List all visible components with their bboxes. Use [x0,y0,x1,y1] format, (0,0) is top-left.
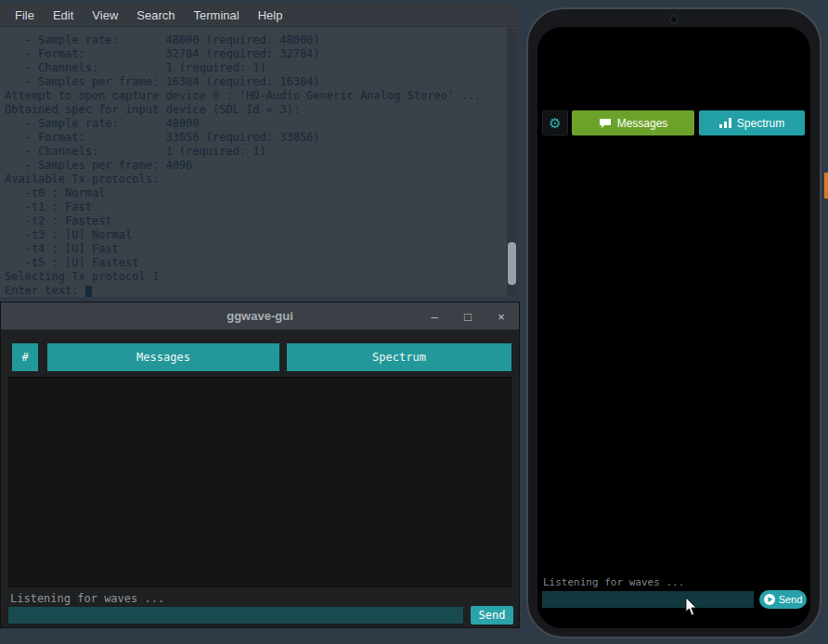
terminal-prompt-line: Enter text: [5,284,507,297]
close-button[interactable]: × [495,310,508,324]
terminal-line: - Sample rate: 48000 (required: 48000) [5,33,507,47]
phone-camera-icon [669,15,679,24]
terminal-window: File Edit View Search Terminal Help - Sa… [0,4,517,297]
minimize-button[interactable]: – [428,310,441,324]
terminal-line: - Format: 33056 (required: 33056) [5,131,507,145]
terminal-line: Obtained spec for input device (SDL Id =… [5,103,507,117]
app-tab-messages[interactable]: Messages [572,110,694,135]
gui-tab-spectrum[interactable]: Spectrum [287,343,511,371]
terminal-line: - Samples per frame: 16384 (required: 16… [5,75,507,89]
gui-tab-messages[interactable]: Messages [47,343,279,371]
terminal-line: - Channels: 1 (required: 1) [5,61,507,75]
terminal-line: Selecting Tx protocol 1 [5,270,507,284]
menu-file[interactable]: File [6,4,44,26]
terminal-line: Attempt to open capture device 0 : 'HD-A… [5,89,507,103]
gui-text-input[interactable] [8,607,463,624]
phone-screen: ⚙ Messages Spectrum Listening for waves … [537,27,810,628]
app-tab-spectrum-label: Spectrum [737,117,784,130]
speech-bubble-icon [599,118,612,129]
app-settings-button[interactable]: ⚙ [542,110,568,135]
terminal-scrollbar[interactable] [507,28,517,297]
menu-help[interactable]: Help [249,4,292,26]
app-status-text: Listening for waves ... [543,576,684,588]
terminal-scrollbar-thumb[interactable] [508,242,516,285]
menu-terminal[interactable]: Terminal [185,4,249,26]
gear-icon: ⚙ [549,115,561,132]
terminal-cursor [85,286,92,297]
gui-body: # Messages Spectrum Listening for waves … [1,330,519,627]
terminal-line: -t2 : Fastest [5,214,507,228]
phone-device: ⚙ Messages Spectrum Listening for waves … [526,7,822,638]
maximize-button[interactable]: □ [461,310,474,324]
app-send-label: Send [779,594,803,605]
terminal-output[interactable]: - Sample rate: 48000 (required: 48000) -… [0,28,507,297]
terminal-line: -t1 : Fast [5,200,507,214]
terminal-line: -t4 : [U] Fast [5,242,507,256]
terminal-line: - Channels: 1 (required: 1) [5,145,507,159]
window-controls: – □ × [428,303,508,330]
gui-settings-button[interactable]: # [12,343,38,371]
app-send-button[interactable]: Send [759,590,807,609]
terminal-line: -t3 : [U] Normal [5,228,507,242]
terminal-line: Available Tx protocols: [5,173,507,187]
app-tab-spectrum[interactable]: Spectrum [699,110,805,135]
menu-view[interactable]: View [83,4,127,26]
terminal-line: - Samples per frame: 4096 [5,159,507,173]
gui-message-area [8,377,511,587]
mouse-cursor [685,598,698,616]
terminal-prompt: Enter text: [5,284,85,297]
app-tab-messages-label: Messages [617,117,668,130]
gui-titlebar[interactable]: ggwave-gui – □ × [1,303,519,330]
terminal-line: - Format: 32784 (required: 32784) [5,47,507,61]
gui-send-button[interactable]: Send [471,606,513,625]
play-circle-icon [764,594,775,605]
terminal-line: -t5 : [U] Fastest [5,256,507,270]
bar-chart-icon [719,118,731,128]
menu-search[interactable]: Search [127,4,184,26]
gui-status-text: Listening for waves ... [10,592,164,605]
terminal-line: - Sample rate: 48000 [5,117,507,131]
terminal-menubar: File Edit View Search Terminal Help [0,4,517,27]
ggwave-gui-window: ggwave-gui – □ × # Messages Spectrum Lis… [0,302,520,628]
app-text-input[interactable] [542,591,754,608]
menu-edit[interactable]: Edit [44,4,83,26]
terminal-line: -t0 : Normal [5,187,507,200]
edge-indicator [824,173,828,199]
